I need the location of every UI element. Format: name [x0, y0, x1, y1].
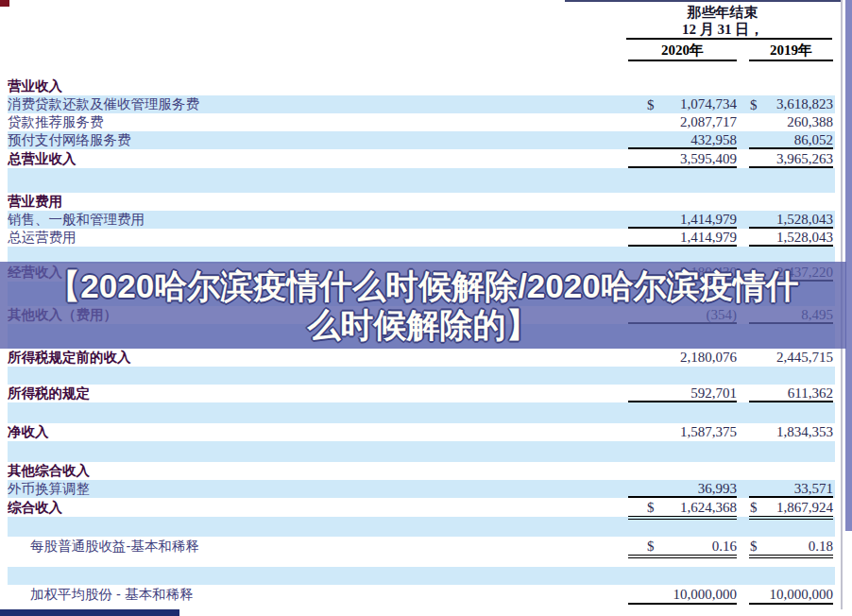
table-row: 预付支付网络服务费432,95886,052	[8, 131, 835, 149]
table-header: 那些年结束 12 月 31 日，	[605, 4, 841, 38]
right-edge-bar	[845, 0, 852, 531]
value-2019	[749, 77, 833, 95]
column-header-2019: 2019年	[749, 42, 833, 60]
value-2020	[628, 462, 737, 480]
dollar-sign: $	[750, 539, 758, 555]
dollar-sign: $	[750, 500, 758, 516]
row-label: 外币换算调整	[8, 480, 628, 498]
period-underline	[626, 38, 832, 40]
table-row: 加权平均股份 - 基本和稀释10,000,00010,000,000	[8, 585, 835, 605]
value-2019	[749, 462, 833, 480]
watermark-banner: 【2020哈尔滨疫情什么时候解除/2020哈尔滨疫情什 么时候解除的】	[0, 262, 846, 349]
value-2020	[628, 193, 737, 211]
table-row: 消费贷款还款及催收管理服务费$1,074,734$3,618,823	[8, 95, 835, 113]
value-2019: 1,528,043	[749, 229, 833, 247]
row-label: 其他综合收入	[8, 462, 628, 480]
value-2020: 1,414,979	[628, 211, 737, 229]
row-label: 总运营费用	[8, 229, 628, 247]
value-2020: 2,087,717	[628, 113, 737, 131]
table-row: 总运营费用1,414,9791,528,043	[8, 229, 835, 247]
bottom-edge-bar	[0, 609, 179, 616]
row-label: 加权平均股份 - 基本和稀释	[8, 586, 628, 604]
value-2020: 592,701	[628, 385, 737, 402]
value-2019: 10,000,000	[749, 585, 833, 605]
table-row: 贷款推荐服务费2,087,717260,388	[8, 113, 835, 131]
dollar-sign: $	[647, 539, 655, 555]
value-2020: 2,180,076	[628, 349, 737, 367]
spacer-row	[8, 402, 835, 423]
value-2019: 33,571	[749, 480, 833, 498]
table-row: 净收入1,587,3751,834,353	[8, 423, 835, 441]
row-label: 贷款推荐服务费	[8, 113, 628, 131]
value-2020: $1,074,734	[628, 95, 737, 113]
value-2020: 432,958	[628, 131, 737, 149]
row-label: 总营业收入	[8, 150, 628, 168]
value-2020: 3,595,409	[628, 149, 737, 168]
row-label: 综合收入	[8, 499, 628, 517]
watermark-text-line1: 【2020哈尔滨疫情什么时候解除/2020哈尔滨疫情什	[47, 266, 798, 305]
column-2020-underline	[628, 60, 737, 61]
value-2020: $1,624,368	[628, 498, 737, 517]
row-label: 消费贷款还款及催收管理服务费	[8, 95, 628, 113]
row-label: 销售、一般和管理费用	[8, 211, 628, 229]
spacer-row	[8, 517, 835, 537]
table-row: 销售、一般和管理费用1,414,9791,528,043	[8, 211, 835, 229]
value-2020: 10,000,000	[628, 585, 737, 605]
row-label: 净收入	[8, 423, 628, 441]
spacer-row	[8, 567, 835, 585]
dollar-sign: $	[750, 96, 758, 112]
value-2019	[749, 193, 833, 211]
table-row: 其他综合收入	[8, 462, 835, 480]
value-2020: 1,414,979	[628, 229, 737, 247]
column-header-2020: 2020年	[628, 42, 737, 60]
value-2019: 1,834,353	[749, 423, 833, 441]
dollar-sign: $	[647, 96, 655, 112]
row-label: 预付支付网络服务费	[8, 131, 628, 149]
value-2019: 260,388	[749, 113, 833, 131]
spacer-row	[8, 441, 835, 462]
table-row: 每股普通股收益-基本和稀释$0.16$0.18	[8, 537, 835, 556]
table-row: 所得税的规定592,701611,362	[8, 385, 835, 402]
row-label: 所得税的规定	[8, 385, 628, 402]
value-2020: $0.16	[628, 537, 737, 556]
value-2019: $3,618,823	[749, 95, 833, 113]
row-label: 每股普通股收益-基本和稀释	[8, 538, 628, 556]
value-2019: 86,052	[749, 131, 833, 149]
corner-red-square	[0, 0, 9, 7]
value-2019: 611,362	[749, 385, 833, 402]
dollar-sign: $	[647, 500, 655, 516]
row-label: 所得税规定前的收入	[8, 349, 628, 367]
top-border-line	[565, 0, 842, 2]
row-label: 营业收入	[8, 77, 628, 95]
table-row: 所得税规定前的收入2,180,0762,445,715	[8, 349, 835, 367]
table-row: 外币换算调整36,99333,571	[8, 480, 835, 498]
value-2020	[628, 77, 737, 95]
value-2019: 1,528,043	[749, 211, 833, 229]
watermark-text-line2: 么时候解除的】	[308, 305, 539, 344]
value-2019: $1,867,924	[749, 498, 833, 517]
value-2019: 2,445,715	[749, 349, 833, 367]
value-2019: $0.18	[749, 537, 833, 556]
table-row: 综合收入$1,624,368$1,867,924	[8, 498, 835, 517]
table-row: 总营业收入3,595,4093,965,263	[8, 149, 835, 168]
financial-statement-page: 那些年结束 12 月 31 日， 2020年 2019年 营业收入消费贷款还款及…	[0, 0, 852, 616]
spacer-row	[8, 367, 835, 385]
table-row: 营业收入	[8, 77, 835, 95]
spacer-row	[8, 168, 835, 193]
period-header-line2: 12 月 31 日，	[605, 21, 841, 38]
value-2020: 1,587,375	[628, 423, 737, 441]
row-label: 营业费用	[8, 193, 628, 211]
value-2019: 3,965,263	[749, 149, 833, 168]
value-2020: 36,993	[628, 480, 737, 498]
period-header-line1: 那些年结束	[605, 4, 841, 21]
table-row: 营业费用	[8, 193, 835, 211]
column-2019-underline	[749, 60, 833, 61]
